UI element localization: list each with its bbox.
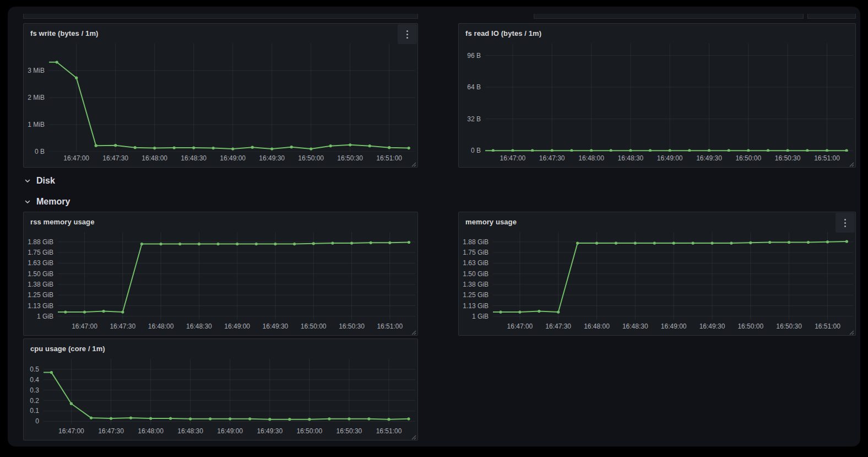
x-tick-label: 16:49:30 bbox=[690, 154, 729, 162]
x-tick-label: 16:47:00 bbox=[501, 322, 539, 330]
chevron-down-icon bbox=[24, 178, 31, 184]
panel-header[interactable]: fs write (bytes / 1m) bbox=[24, 24, 417, 42]
panel-title[interactable]: fs write (bytes / 1m) bbox=[30, 29, 98, 37]
x-tick-label: 16:48:30 bbox=[175, 154, 213, 162]
panel-title[interactable]: memory usage bbox=[465, 218, 517, 226]
panel-header[interactable]: memory usage bbox=[459, 212, 855, 231]
y-tick-label: 1 MiB bbox=[24, 121, 45, 128]
x-axis-labels: 16:47:0016:47:3016:48:0016:48:3016:49:00… bbox=[24, 426, 419, 437]
y-axis-labels: 0 B32 B64 B96 B bbox=[459, 44, 481, 152]
y-tick-label: 1.25 GiB bbox=[24, 291, 53, 299]
y-tick-label: 1.88 GiB bbox=[24, 238, 53, 246]
y-tick-label: 1.63 GiB bbox=[459, 259, 489, 267]
y-tick-label: 0.3 bbox=[24, 386, 39, 394]
section-row-disk[interactable]: Disk bbox=[24, 174, 55, 188]
y-tick-label: 1.13 GiB bbox=[459, 302, 489, 310]
line-chart[interactable] bbox=[493, 232, 853, 320]
y-tick-label: 1.75 GiB bbox=[24, 249, 53, 256]
y-tick-label: 96 B bbox=[459, 52, 481, 60]
dashboard-canvas: Disk Memory fs write (bytes / 1m) 0 B1 M… bbox=[8, 7, 860, 447]
panel-resize-handle[interactable] bbox=[848, 159, 854, 166]
panel-resize-handle[interactable] bbox=[410, 432, 416, 439]
panel-header[interactable]: fs read IO (bytes / 1m) bbox=[459, 24, 855, 42]
partial-panel-above-far-right bbox=[807, 14, 856, 19]
partial-panel-above-right bbox=[534, 14, 804, 19]
y-tick-label: 1.38 GiB bbox=[24, 281, 53, 288]
x-tick-label: 16:49:30 bbox=[693, 322, 731, 330]
y-tick-label: 1.25 GiB bbox=[459, 291, 489, 299]
x-tick-label: 16:49:00 bbox=[211, 427, 249, 435]
x-tick-label: 16:50:00 bbox=[292, 154, 330, 162]
x-tick-label: 16:51:00 bbox=[808, 154, 847, 162]
y-tick-label: 1 GiB bbox=[24, 313, 53, 320]
panel-resize-handle[interactable] bbox=[410, 159, 416, 166]
x-tick-label: 16:48:30 bbox=[616, 322, 654, 330]
y-tick-label: 0.5 bbox=[24, 365, 39, 373]
x-tick-label: 16:48:00 bbox=[142, 322, 180, 330]
panel-resize-handle[interactable] bbox=[410, 327, 416, 334]
y-tick-label: 1.38 GiB bbox=[459, 281, 489, 288]
y-tick-label: 1.50 GiB bbox=[459, 270, 489, 278]
panel-header[interactable]: rss memory usage bbox=[24, 212, 417, 231]
kebab-menu-icon bbox=[844, 219, 846, 227]
line-chart[interactable] bbox=[44, 359, 415, 424]
y-axis-labels: 1 GiB1.13 GiB1.25 GiB1.38 GiB1.50 GiB1.6… bbox=[459, 232, 489, 320]
panel-fs-read-io: fs read IO (bytes / 1m) 0 B32 B64 B96 B … bbox=[458, 23, 856, 168]
panel-title[interactable]: cpu usage (core / 1m) bbox=[30, 345, 105, 353]
y-tick-label: 1.75 GiB bbox=[459, 249, 489, 256]
panel-menu-button[interactable] bbox=[398, 24, 417, 44]
x-axis-labels: 16:47:0016:47:3016:48:0016:48:3016:49:00… bbox=[24, 153, 419, 164]
x-tick-label: 16:48:30 bbox=[611, 154, 650, 162]
partial-panel-above-left bbox=[23, 14, 418, 19]
x-tick-label: 16:47:30 bbox=[533, 154, 571, 162]
x-tick-label: 16:47:30 bbox=[96, 154, 135, 162]
x-tick-label: 16:50:30 bbox=[770, 322, 809, 330]
x-tick-label: 16:48:00 bbox=[135, 154, 174, 162]
x-tick-label: 16:49:30 bbox=[256, 322, 295, 330]
x-axis-labels: 16:47:0016:47:3016:48:0016:48:3016:49:00… bbox=[24, 321, 419, 332]
x-tick-label: 16:50:30 bbox=[768, 154, 807, 162]
panel-title[interactable]: rss memory usage bbox=[30, 218, 95, 226]
x-tick-label: 16:47:00 bbox=[57, 154, 96, 162]
x-tick-label: 16:49:00 bbox=[218, 322, 257, 330]
line-chart[interactable] bbox=[485, 44, 853, 152]
panel-menu-button[interactable] bbox=[836, 213, 855, 233]
x-tick-label: 16:51:00 bbox=[370, 427, 408, 435]
line-chart[interactable] bbox=[49, 44, 415, 152]
x-tick-label: 16:50:00 bbox=[731, 322, 770, 330]
x-axis-labels: 16:47:0016:47:3016:48:0016:48:3016:49:00… bbox=[459, 321, 856, 332]
line-chart[interactable] bbox=[58, 232, 415, 320]
y-axis-labels: 1 GiB1.13 GiB1.25 GiB1.38 GiB1.50 GiB1.6… bbox=[24, 232, 53, 320]
x-tick-label: 16:50:00 bbox=[290, 427, 329, 435]
y-tick-label: 1.63 GiB bbox=[24, 259, 53, 267]
x-tick-label: 16:49:00 bbox=[654, 322, 693, 330]
x-tick-label: 16:48:00 bbox=[578, 322, 616, 330]
chevron-down-icon bbox=[24, 198, 31, 205]
x-tick-label: 16:51:00 bbox=[370, 154, 409, 162]
section-label: Disk bbox=[36, 176, 55, 186]
x-tick-label: 16:49:30 bbox=[251, 427, 289, 435]
y-tick-label: 64 B bbox=[459, 83, 481, 91]
panel-title[interactable]: fs read IO (bytes / 1m) bbox=[465, 29, 541, 37]
y-tick-label: 1 GiB bbox=[459, 313, 489, 320]
x-tick-label: 16:47:30 bbox=[539, 322, 578, 330]
section-row-memory[interactable]: Memory bbox=[24, 195, 70, 209]
y-axis-labels: 00.10.20.30.40.5 bbox=[24, 359, 39, 424]
section-label: Memory bbox=[36, 197, 70, 207]
y-tick-label: 3 MiB bbox=[24, 67, 45, 74]
panel-resize-handle[interactable] bbox=[848, 327, 854, 334]
x-tick-label: 16:47:30 bbox=[104, 322, 142, 330]
y-tick-label: 1.13 GiB bbox=[24, 302, 53, 310]
x-tick-label: 16:51:00 bbox=[371, 322, 409, 330]
x-tick-label: 16:50:30 bbox=[333, 322, 371, 330]
panel-header[interactable]: cpu usage (core / 1m) bbox=[24, 339, 417, 358]
y-tick-label: 0 bbox=[24, 417, 39, 425]
x-tick-label: 16:49:00 bbox=[214, 154, 252, 162]
x-tick-label: 16:47:00 bbox=[52, 427, 90, 435]
x-tick-label: 16:51:00 bbox=[809, 322, 847, 330]
x-tick-label: 16:49:30 bbox=[253, 154, 291, 162]
x-tick-label: 16:48:30 bbox=[180, 322, 218, 330]
x-tick-label: 16:48:00 bbox=[572, 154, 611, 162]
x-tick-label: 16:50:30 bbox=[330, 427, 368, 435]
y-tick-label: 2 MiB bbox=[24, 94, 45, 101]
